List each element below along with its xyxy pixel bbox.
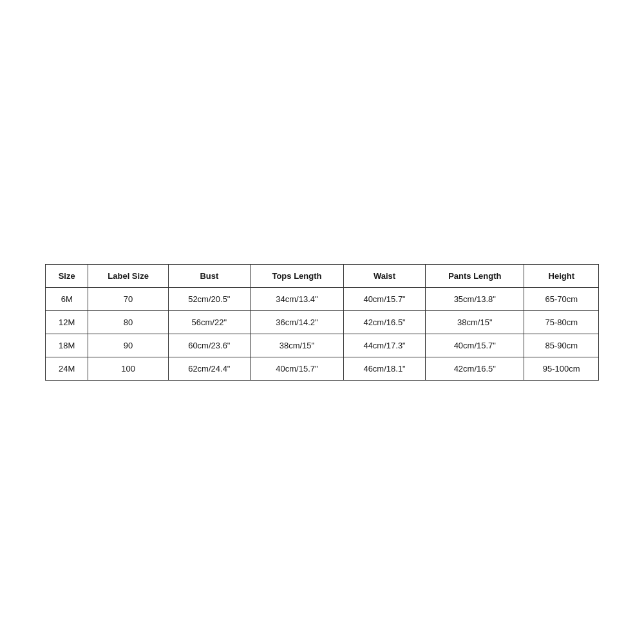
cell-size: 24M (46, 357, 88, 380)
cell-label_size: 90 (88, 334, 168, 357)
cell-waist: 42cm/16.5" (344, 310, 426, 334)
cell-bust: 56cm/22" (168, 310, 250, 334)
header-size: Size (46, 264, 88, 287)
cell-tops_length: 40cm/15.7" (250, 357, 343, 380)
cell-pants_length: 35cm/13.8" (426, 287, 524, 310)
cell-height: 65-70cm (524, 287, 599, 310)
cell-tops_length: 38cm/15" (250, 334, 343, 357)
table-row: 6M7052cm/20.5"34cm/13.4"40cm/15.7"35cm/1… (46, 287, 599, 310)
cell-label_size: 70 (88, 287, 168, 310)
cell-waist: 46cm/18.1" (344, 357, 426, 380)
header-bust: Bust (168, 264, 250, 287)
cell-height: 75-80cm (524, 310, 599, 334)
cell-label_size: 100 (88, 357, 168, 380)
cell-tops_length: 34cm/13.4" (250, 287, 343, 310)
table-row: 24M10062cm/24.4"40cm/15.7"46cm/18.1"42cm… (46, 357, 599, 380)
table-row: 12M8056cm/22"36cm/14.2"42cm/16.5"38cm/15… (46, 310, 599, 334)
cell-bust: 60cm/23.6" (168, 334, 250, 357)
table-row: 18M9060cm/23.6"38cm/15"44cm/17.3"40cm/15… (46, 334, 599, 357)
cell-label_size: 80 (88, 310, 168, 334)
header-height: Height (524, 264, 599, 287)
cell-bust: 62cm/24.4" (168, 357, 250, 380)
header-tops-length: Tops Length (250, 264, 343, 287)
size-chart-container: Size Label Size Bust Tops Length Waist P… (45, 264, 599, 381)
cell-bust: 52cm/20.5" (168, 287, 250, 310)
cell-tops_length: 36cm/14.2" (250, 310, 343, 334)
cell-height: 85-90cm (524, 334, 599, 357)
cell-pants_length: 38cm/15" (426, 310, 524, 334)
cell-size: 6M (46, 287, 88, 310)
cell-height: 95-100cm (524, 357, 599, 380)
header-pants-length: Pants Length (426, 264, 524, 287)
cell-size: 12M (46, 310, 88, 334)
cell-pants_length: 42cm/16.5" (426, 357, 524, 380)
cell-size: 18M (46, 334, 88, 357)
cell-waist: 44cm/17.3" (344, 334, 426, 357)
header-label-size: Label Size (88, 264, 168, 287)
cell-waist: 40cm/15.7" (344, 287, 426, 310)
cell-pants_length: 40cm/15.7" (426, 334, 524, 357)
header-waist: Waist (344, 264, 426, 287)
size-chart-table: Size Label Size Bust Tops Length Waist P… (45, 264, 599, 381)
table-header-row: Size Label Size Bust Tops Length Waist P… (46, 264, 599, 287)
